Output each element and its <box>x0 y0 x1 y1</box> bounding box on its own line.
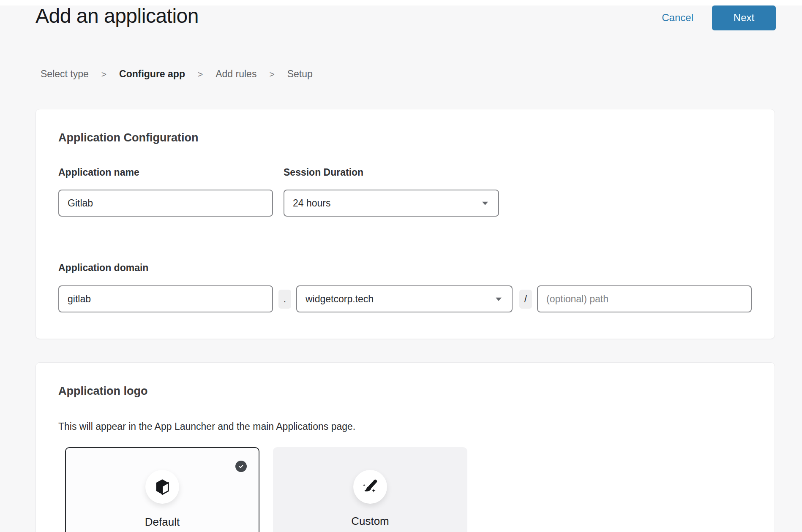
page-title: Add an application <box>35 4 199 27</box>
application-name-label: Application name <box>58 167 139 178</box>
cancel-button[interactable]: Cancel <box>662 12 693 24</box>
breadcrumb: Select type > Configure app > Add rules … <box>41 68 313 80</box>
logo-card-title: Application logo <box>58 385 147 398</box>
cube-icon <box>145 470 179 504</box>
session-duration-value: 24 hours <box>293 198 331 209</box>
header-actions: Cancel Next <box>662 0 776 35</box>
dot-separator: . <box>278 290 291 309</box>
breadcrumb-step-add-rules[interactable]: Add rules <box>216 68 256 80</box>
logo-option-custom[interactable]: Custom <box>273 447 467 532</box>
session-duration-label: Session Duration <box>284 167 363 178</box>
breadcrumb-step-configure-app[interactable]: Configure app <box>119 68 185 80</box>
subdomain-input[interactable] <box>58 285 273 312</box>
application-domain-label: Application domain <box>58 262 148 274</box>
logo-card-description: This will appear in the App Launcher and… <box>58 421 355 432</box>
add-application-page: Add an application Cancel Next Select ty… <box>0 0 802 532</box>
slash-separator: / <box>519 290 532 309</box>
next-button[interactable]: Next <box>712 5 776 30</box>
chevron-down-icon <box>482 201 488 206</box>
path-input[interactable] <box>537 285 752 312</box>
breadcrumb-step-select-type[interactable]: Select type <box>41 68 89 80</box>
breadcrumb-step-setup[interactable]: Setup <box>287 68 313 80</box>
domain-value: widgetcorp.tech <box>306 293 374 305</box>
config-card-title: Application Configuration <box>58 131 198 144</box>
application-configuration-card: Application Configuration Application na… <box>35 109 775 339</box>
paintbrush-icon <box>353 470 387 504</box>
domain-select[interactable]: widgetcorp.tech <box>296 285 513 312</box>
breadcrumb-separator: > <box>101 69 106 79</box>
breadcrumb-separator: > <box>269 69 274 79</box>
application-logo-card: Application logo This will appear in the… <box>35 362 775 532</box>
breadcrumb-separator: > <box>198 69 203 79</box>
logo-option-label: Default <box>66 516 259 529</box>
logo-option-default[interactable]: Default <box>65 447 259 532</box>
logo-option-label: Custom <box>273 515 467 528</box>
chevron-down-icon <box>495 297 502 301</box>
session-duration-select[interactable]: 24 hours <box>284 190 499 217</box>
check-icon <box>235 461 247 472</box>
application-name-input[interactable] <box>58 190 273 217</box>
